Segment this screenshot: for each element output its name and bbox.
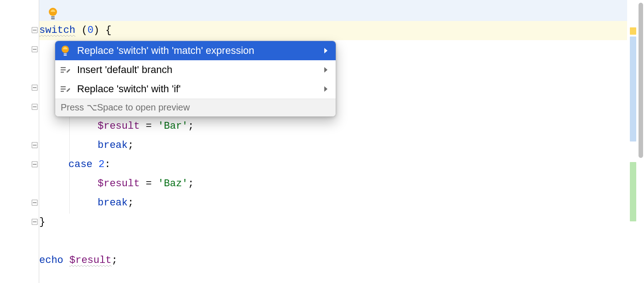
variable: $result bbox=[69, 255, 111, 266]
svg-rect-5 bbox=[64, 55, 67, 56]
semicolon: ; bbox=[188, 121, 194, 132]
svg-rect-8 bbox=[61, 72, 64, 73]
paren-close: ) bbox=[93, 25, 99, 36]
error-stripe[interactable] bbox=[628, 0, 638, 283]
colon: : bbox=[104, 159, 110, 170]
code-line[interactable]: break; bbox=[39, 194, 627, 213]
code-text bbox=[99, 25, 105, 36]
intention-item-replace-if[interactable]: Replace 'switch' with 'if' bbox=[55, 79, 336, 99]
svg-rect-11 bbox=[61, 91, 64, 92]
svg-rect-4 bbox=[64, 53, 67, 54]
fold-toggle-icon[interactable] bbox=[31, 26, 38, 34]
code-editor[interactable]: switch (0) { $result = 'Bar'; break; cas… bbox=[0, 0, 627, 283]
submenu-arrow-icon bbox=[321, 86, 328, 92]
code-line[interactable]: switch (0) { bbox=[39, 21, 627, 40]
intention-actions-popup[interactable]: Replace 'switch' with 'match' expression… bbox=[55, 41, 336, 117]
fold-end-icon[interactable] bbox=[31, 218, 38, 225]
brace-open: { bbox=[105, 25, 111, 36]
variable: $result bbox=[98, 121, 140, 132]
svg-rect-1 bbox=[51, 16, 55, 17]
code-text bbox=[93, 159, 99, 170]
editor-gutter[interactable] bbox=[0, 0, 39, 283]
keyword-switch: switch bbox=[39, 25, 75, 36]
submenu-arrow-icon bbox=[321, 67, 328, 73]
variable: $result bbox=[98, 178, 140, 189]
intention-item-label: Replace 'switch' with 'match' expression bbox=[77, 45, 321, 57]
fold-end-icon[interactable] bbox=[31, 84, 38, 91]
fold-toggle-icon[interactable] bbox=[31, 103, 38, 110]
keyword-case: case bbox=[68, 159, 93, 170]
code-text bbox=[63, 255, 69, 266]
brace-close: } bbox=[39, 216, 45, 228]
warning-marker[interactable] bbox=[630, 27, 636, 35]
keyword-break: break bbox=[98, 140, 128, 151]
paren-open: ( bbox=[81, 25, 87, 36]
intention-bulb-icon bbox=[61, 45, 73, 56]
keyword-break: break bbox=[98, 197, 128, 209]
semicolon: ; bbox=[188, 178, 194, 189]
code-text bbox=[75, 25, 81, 36]
fold-toggle-icon[interactable] bbox=[31, 161, 38, 168]
ok-marker[interactable] bbox=[630, 162, 636, 221]
submenu-arrow-icon bbox=[321, 47, 328, 54]
pencil-lines-icon bbox=[61, 64, 73, 75]
intention-item-replace-match[interactable]: Replace 'switch' with 'match' expression bbox=[55, 41, 336, 60]
fold-column bbox=[31, 0, 39, 283]
code-line[interactable]: echo $result; bbox=[39, 251, 627, 270]
number-literal: 2 bbox=[99, 159, 104, 170]
svg-rect-6 bbox=[61, 67, 66, 68]
fold-end-icon[interactable] bbox=[31, 199, 38, 206]
intention-item-label: Insert 'default' branch bbox=[77, 64, 321, 76]
string-literal: 'Baz' bbox=[158, 178, 188, 189]
pencil-lines-icon bbox=[61, 84, 73, 94]
keyword-echo: echo bbox=[39, 255, 63, 266]
code-text: = bbox=[140, 178, 158, 189]
intention-item-label: Replace 'switch' with 'if' bbox=[77, 83, 321, 95]
semicolon: ; bbox=[111, 255, 117, 266]
code-line[interactable]: break; bbox=[39, 136, 627, 155]
svg-rect-2 bbox=[51, 18, 55, 19]
svg-rect-7 bbox=[61, 69, 66, 70]
intention-popup-footer: Press ⌥Space to open preview bbox=[55, 99, 336, 116]
scrollbar-thumb[interactable] bbox=[639, 3, 643, 158]
svg-rect-9 bbox=[61, 86, 66, 87]
code-text: = bbox=[140, 121, 158, 132]
code-line[interactable]: case 2: bbox=[39, 155, 627, 174]
svg-rect-10 bbox=[61, 89, 66, 89]
fold-end-icon[interactable] bbox=[31, 142, 38, 149]
semicolon: ; bbox=[128, 140, 134, 151]
code-line[interactable]: $result = 'Bar'; bbox=[39, 117, 627, 136]
string-literal: 'Bar' bbox=[158, 121, 188, 132]
fold-toggle-icon[interactable] bbox=[31, 46, 38, 53]
code-line[interactable]: } bbox=[39, 213, 627, 232]
intention-item-insert-default[interactable]: Insert 'default' branch bbox=[55, 60, 336, 79]
intention-bulb-icon[interactable] bbox=[47, 7, 58, 18]
vertical-scrollbar[interactable] bbox=[638, 0, 644, 283]
semicolon: ; bbox=[128, 197, 134, 209]
code-line[interactable]: $result = 'Baz'; bbox=[39, 174, 627, 194]
info-marker[interactable] bbox=[630, 37, 636, 142]
number-literal: 0 bbox=[88, 25, 93, 36]
